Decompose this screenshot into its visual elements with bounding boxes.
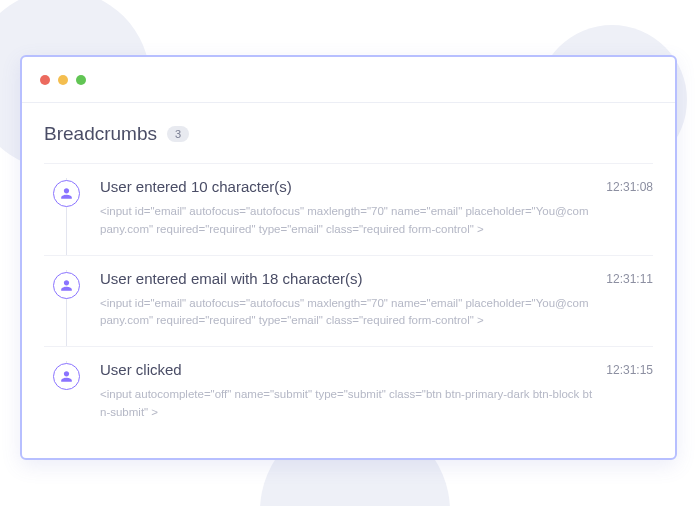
breadcrumb-row: User clicked <input autocomplete="off" n… bbox=[44, 346, 653, 438]
breadcrumb-content: User entered 10 character(s) <input id="… bbox=[100, 178, 606, 239]
breadcrumb-timestamp: 12:31:15 bbox=[606, 361, 653, 422]
maximize-icon[interactable] bbox=[76, 75, 86, 85]
breadcrumb-timestamp: 12:31:08 bbox=[606, 178, 653, 239]
page-title: Breadcrumbs bbox=[44, 123, 157, 145]
breadcrumb-content: User entered email with 18 character(s) … bbox=[100, 270, 606, 331]
minimize-icon[interactable] bbox=[58, 75, 68, 85]
breadcrumb-title: User entered 10 character(s) bbox=[100, 178, 594, 195]
breadcrumb-timestamp: 12:31:11 bbox=[606, 270, 653, 331]
header: Breadcrumbs 3 bbox=[22, 103, 675, 163]
breadcrumb-title: User clicked bbox=[100, 361, 594, 378]
breadcrumb-detail: <input id="email" autofocus="autofocus" … bbox=[100, 295, 594, 331]
breadcrumb-detail: <input autocomplete="off" name="submit" … bbox=[100, 386, 594, 422]
user-icon bbox=[53, 363, 80, 390]
titlebar bbox=[22, 57, 675, 103]
breadcrumb-detail: <input id="email" autofocus="autofocus" … bbox=[100, 203, 594, 239]
user-icon bbox=[53, 272, 80, 299]
timeline-rail bbox=[44, 270, 100, 331]
breadcrumb-timeline: User entered 10 character(s) <input id="… bbox=[22, 163, 675, 458]
user-icon bbox=[53, 180, 80, 207]
close-icon[interactable] bbox=[40, 75, 50, 85]
breadcrumb-row: User entered email with 18 character(s) … bbox=[44, 255, 653, 347]
count-badge: 3 bbox=[167, 126, 189, 142]
breadcrumb-title: User entered email with 18 character(s) bbox=[100, 270, 594, 287]
breadcrumb-row: User entered 10 character(s) <input id="… bbox=[44, 163, 653, 255]
window: Breadcrumbs 3 User entered 10 character(… bbox=[20, 55, 677, 460]
timeline-rail bbox=[44, 361, 100, 422]
timeline-rail bbox=[44, 178, 100, 239]
breadcrumb-content: User clicked <input autocomplete="off" n… bbox=[100, 361, 606, 422]
